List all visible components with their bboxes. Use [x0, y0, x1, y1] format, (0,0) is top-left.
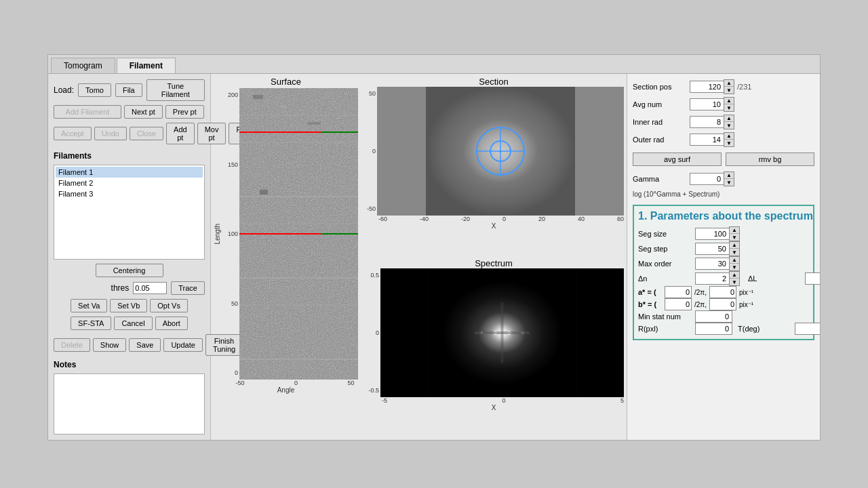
tomo-button[interactable]: Tomo — [78, 83, 111, 97]
section-pos-input[interactable] — [690, 81, 724, 93]
inner-rad-label: Inner rad — [633, 118, 687, 126]
undo-button[interactable]: Undo — [94, 127, 127, 140]
spectrum-y-ticks: 0.5 0 -0.5 — [363, 268, 380, 397]
set-row: Set Va Set Vb Opt Vs — [54, 299, 205, 312]
b-val2-input[interactable] — [709, 298, 736, 310]
section-pos-down[interactable]: ▼ — [724, 87, 734, 94]
surface-x-label: Angle — [277, 386, 295, 394]
svg-rect-19 — [280, 105, 287, 108]
a-div: /2π, — [694, 289, 707, 296]
set-va-button[interactable]: Set Va — [71, 299, 107, 312]
filament-list[interactable]: Filament 1 Filament 2 Filament 3 — [54, 165, 205, 260]
tab-tomogram[interactable]: Tomogram — [51, 58, 115, 73]
outer-rad-spin-buttons: ▲ ▼ — [724, 132, 734, 147]
close-button[interactable]: Close — [130, 127, 163, 140]
seg-step-input[interactable] — [695, 243, 729, 255]
section-pos-up[interactable]: ▲ — [724, 80, 734, 87]
seg-step-down[interactable]: ▼ — [730, 249, 739, 256]
gamma-down[interactable]: ▼ — [724, 179, 734, 186]
delta-n-input[interactable] — [695, 272, 729, 285]
max-order-spin-buttons: ▲ ▼ — [729, 256, 740, 271]
filament-item-1[interactable]: Filament 1 — [56, 167, 203, 178]
prev-pt-button[interactable]: Prev pt — [165, 105, 204, 119]
spectrum-section: Spectrum 0.5 0 -0.5 — [363, 258, 624, 437]
thres-input[interactable] — [133, 282, 167, 294]
opt-vs-button[interactable]: Opt Vs — [150, 299, 188, 312]
a-val1-input[interactable] — [665, 286, 692, 298]
b-star-label: b* = ( — [638, 300, 662, 308]
max-order-input[interactable] — [695, 258, 729, 270]
accept-button[interactable]: Accept — [54, 127, 92, 140]
notes-textarea[interactable] — [54, 373, 205, 434]
outer-rad-up[interactable]: ▲ — [724, 133, 734, 140]
t-deg-input[interactable] — [795, 323, 820, 335]
r-pxl-label: R(pxl) — [638, 325, 692, 333]
min-stat-num-input[interactable] — [695, 310, 732, 323]
edit-buttons-row: Accept Undo Close Add pt Mov pt Rmv pt — [54, 123, 205, 144]
tune-filament-button[interactable]: Tune Filament — [146, 79, 205, 101]
r-pxl-input[interactable] — [695, 323, 732, 335]
plots-area: Surface Length 200 150 100 50 — [211, 74, 627, 440]
svg-rect-21 — [260, 190, 268, 195]
delete-button[interactable]: Delete — [54, 338, 90, 352]
section-title: Section — [479, 77, 508, 87]
cancel-button[interactable]: Cancel — [114, 317, 152, 330]
surface-y-label: Length — [214, 224, 221, 245]
notes-label: Notes — [54, 360, 205, 369]
outer-rad-input[interactable] — [690, 134, 724, 146]
avg-num-up[interactable]: ▲ — [724, 98, 734, 104]
centering-button[interactable]: Centering — [96, 264, 163, 277]
tab-filament[interactable]: Filament — [117, 58, 176, 73]
avg-num-down[interactable]: ▼ — [724, 104, 734, 111]
sf-sta-button[interactable]: SF-STA — [71, 317, 111, 330]
inner-rad-down[interactable]: ▼ — [724, 122, 734, 129]
seg-size-spin-buttons: ▲ ▼ — [729, 226, 740, 241]
inner-rad-spin-buttons: ▲ ▼ — [724, 115, 734, 129]
seg-step-label: Seg step — [638, 245, 692, 253]
avg-num-input[interactable] — [690, 98, 724, 110]
update-button[interactable]: Update — [163, 338, 202, 352]
inner-rad-input[interactable] — [690, 116, 724, 128]
save-button[interactable]: Save — [129, 338, 161, 352]
add-filament-button[interactable]: Add Filament — [54, 105, 121, 119]
fila-button[interactable]: Fila — [115, 83, 142, 97]
abort-button[interactable]: Abort — [155, 317, 188, 330]
surface-image — [239, 88, 358, 380]
seg-step-up[interactable]: ▲ — [730, 242, 739, 249]
filament-item-3[interactable]: Filament 3 — [56, 188, 203, 199]
seg-size-up[interactable]: ▲ — [730, 227, 739, 234]
avg-num-spin-buttons: ▲ ▼ — [724, 97, 734, 112]
a-star-row: a* = ( /2π, pix⁻¹ — [638, 286, 809, 298]
formula-label: log (10^Gamma + Spectrum) — [633, 190, 814, 198]
max-order-down[interactable]: ▼ — [730, 264, 739, 270]
filament-item-2[interactable]: Filament 2 — [56, 178, 203, 188]
show-button[interactable]: Show — [93, 338, 127, 352]
seg-size-label: Seg size — [638, 230, 692, 238]
max-order-row: Max order ▲ ▼ — [638, 256, 809, 271]
sfsta-row: SF-STA Cancel Abort — [54, 317, 205, 330]
inner-rad-up[interactable]: ▲ — [724, 115, 734, 122]
outer-rad-down[interactable]: ▼ — [724, 140, 734, 146]
next-pt-button[interactable]: Next pt — [124, 105, 163, 119]
a-val2-input[interactable] — [709, 286, 736, 298]
max-order-up[interactable]: ▲ — [730, 257, 739, 264]
delta-n-down[interactable]: ▼ — [730, 279, 739, 285]
rmv-bg-button[interactable]: rmv bg — [726, 152, 814, 166]
seg-size-down[interactable]: ▼ — [730, 234, 739, 241]
seg-size-input[interactable] — [695, 228, 729, 240]
b-val1-input[interactable] — [665, 298, 692, 310]
delta-n-up[interactable]: ▲ — [730, 272, 739, 279]
trace-button[interactable]: Trace — [171, 281, 205, 295]
tab-bar: Tomogram Filament — [48, 55, 820, 74]
filament-nav-row: Add Filament Next pt Prev pt — [54, 105, 205, 119]
set-vb-button[interactable]: Set Vb — [110, 299, 147, 312]
add-pt-button[interactable]: Add pt — [166, 123, 195, 144]
min-stat-num-label: Min stat num — [638, 312, 692, 321]
surface-title: Surface — [271, 77, 301, 87]
delta-L-input[interactable] — [805, 272, 820, 285]
delta-n-spin-buttons: ▲ ▼ — [729, 271, 740, 286]
gamma-up[interactable]: ▲ — [724, 172, 734, 179]
avg-surf-button[interactable]: avg surf — [633, 152, 722, 166]
gamma-input[interactable] — [690, 173, 724, 185]
section-pos-row: Section pos ▲ ▼ /231 — [633, 79, 814, 94]
